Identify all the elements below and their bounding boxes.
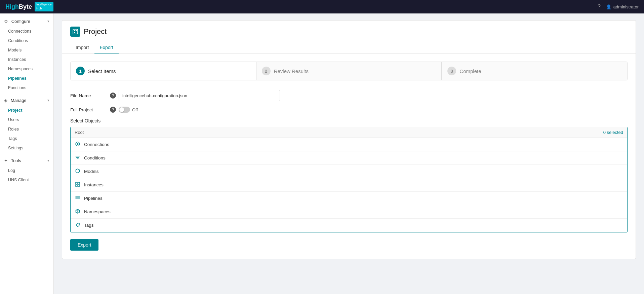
sidebar-item-models[interactable]: Models xyxy=(0,45,53,55)
page-icon xyxy=(70,27,80,37)
sidebar-item-conditions[interactable]: Conditions xyxy=(0,36,53,45)
toggle-label: Off xyxy=(132,107,138,112)
manage-icon: ◈ xyxy=(4,98,7,103)
sidebar-item-namespaces[interactable]: Namespaces xyxy=(0,64,53,74)
main-content: Project Import Export 1 Select Items 2 xyxy=(54,13,644,294)
sidebar-section-configure: ⚙ Configure ▾ Connections Conditions Mod… xyxy=(0,16,53,94)
user-label: administrator xyxy=(613,4,639,9)
configure-icon: ⚙ xyxy=(4,19,8,24)
card-content: 1 Select Items 2 Review Results 3 Comple… xyxy=(62,53,636,259)
select-objects-box: Root 0 selected xyxy=(70,127,628,232)
tools-items: Log UNS Client xyxy=(0,166,53,186)
file-name-help-icon[interactable]: ? xyxy=(110,93,116,99)
step-2-label: Review Results xyxy=(274,68,309,74)
sidebar-item-log[interactable]: Log xyxy=(0,166,53,175)
svg-rect-1 xyxy=(74,30,75,31)
list-item[interactable]: Tags xyxy=(71,219,627,232)
full-project-label: Full Project xyxy=(70,107,107,112)
namespaces-icon xyxy=(75,209,81,215)
sidebar-tools-header[interactable]: ✦ Tools ▾ xyxy=(0,155,53,166)
selected-count: 0 selected xyxy=(603,130,623,135)
models-label: Models xyxy=(84,169,99,174)
sidebar-item-uns-client[interactable]: UNS Client xyxy=(0,175,53,185)
full-project-toggle[interactable] xyxy=(119,107,130,113)
manage-items: Project Users Roles Tags Settings xyxy=(0,106,53,154)
sidebar-item-project[interactable]: Project xyxy=(0,106,53,115)
file-name-label: File Name xyxy=(70,93,107,98)
brand-tag: Intelligence Hub xyxy=(35,2,53,11)
help-icon[interactable]: ? xyxy=(598,4,601,10)
pipelines-icon xyxy=(75,195,81,201)
sidebar-manage-header[interactable]: ◈ Manage ▾ xyxy=(0,95,53,106)
full-project-help-icon[interactable]: ? xyxy=(110,107,116,113)
svg-rect-8 xyxy=(76,185,77,186)
list-item[interactable]: Conditions xyxy=(71,151,627,165)
svg-rect-3 xyxy=(74,32,75,33)
conditions-icon xyxy=(75,155,81,161)
page-header-card: Project Import Export 1 Select Items 2 xyxy=(62,20,636,259)
pipelines-label: Pipelines xyxy=(84,196,103,201)
toggle-knob xyxy=(119,107,124,112)
list-item[interactable]: Namespaces xyxy=(71,205,627,219)
manage-label: Manage xyxy=(11,98,27,103)
conditions-label: Conditions xyxy=(84,155,106,160)
step-2: 2 Review Results xyxy=(256,62,442,80)
topnav-user: 👤 administrator xyxy=(606,4,639,9)
export-button[interactable]: Export xyxy=(70,239,98,251)
list-item[interactable]: Models xyxy=(71,165,627,178)
instances-label: Instances xyxy=(84,182,104,187)
tags-label: Tags xyxy=(84,223,94,228)
file-name-input[interactable] xyxy=(119,90,280,101)
sidebar-item-connections[interactable]: Connections xyxy=(0,27,53,36)
configure-label: Configure xyxy=(11,19,30,24)
tools-label: Tools xyxy=(11,158,21,163)
step-1-num: 1 xyxy=(76,67,85,75)
brand-name: HighByte xyxy=(5,3,32,10)
svg-rect-9 xyxy=(78,185,80,186)
sidebar-item-pipelines[interactable]: Pipelines xyxy=(0,74,53,83)
topnav: HighByte Intelligence Hub ? 👤 administra… xyxy=(0,0,644,13)
full-project-row: Full Project ? Off xyxy=(70,107,628,113)
sidebar-section-tools: ✦ Tools ▾ Log UNS Client xyxy=(0,155,53,186)
sidebar-item-functions[interactable]: Functions xyxy=(0,83,53,93)
sidebar-item-users[interactable]: Users xyxy=(0,115,53,124)
step-1-label: Select Items xyxy=(88,68,116,74)
topnav-right: ? 👤 administrator xyxy=(598,4,639,10)
page-title-row: Project xyxy=(70,27,628,37)
connections-label: Connections xyxy=(84,142,109,147)
steps: 1 Select Items 2 Review Results 3 Comple… xyxy=(70,62,628,80)
page-title: Project xyxy=(84,27,107,36)
step-3-num: 3 xyxy=(447,67,456,75)
sidebar-item-tags[interactable]: Tags xyxy=(0,134,53,143)
tools-chevron: ▾ xyxy=(47,158,49,163)
file-name-row: File Name ? xyxy=(70,90,628,101)
select-objects-header: Root 0 selected xyxy=(71,127,627,138)
sidebar-item-settings[interactable]: Settings xyxy=(0,143,53,153)
step-1: 1 Select Items xyxy=(70,62,256,80)
configure-chevron: ▾ xyxy=(47,19,49,24)
namespaces-label: Namespaces xyxy=(84,209,111,214)
tab-export[interactable]: Export xyxy=(94,42,119,53)
tab-import[interactable]: Import xyxy=(70,42,94,53)
sidebar-item-roles[interactable]: Roles xyxy=(0,124,53,134)
svg-rect-6 xyxy=(76,182,77,184)
tabs: Import Export xyxy=(70,42,628,53)
svg-point-5 xyxy=(77,143,79,145)
svg-rect-2 xyxy=(76,30,77,31)
step-3-label: Complete xyxy=(459,68,481,74)
manage-chevron: ▾ xyxy=(47,98,49,103)
list-item[interactable]: Instances xyxy=(71,178,627,192)
list-item[interactable]: Connections xyxy=(71,138,627,151)
instances-icon xyxy=(75,182,81,188)
tags-icon xyxy=(75,222,81,228)
sidebar-configure-header[interactable]: ⚙ Configure ▾ xyxy=(0,16,53,27)
brand: HighByte Intelligence Hub xyxy=(5,2,53,11)
sidebar-item-instances[interactable]: Instances xyxy=(0,55,53,64)
user-icon: 👤 xyxy=(606,4,611,9)
select-objects-section: Select Objects Root 0 selected xyxy=(70,118,628,232)
connections-icon xyxy=(75,141,81,148)
sidebar: ⚙ Configure ▾ Connections Conditions Mod… xyxy=(0,13,54,294)
svg-rect-7 xyxy=(78,182,80,184)
root-label: Root xyxy=(75,130,84,135)
list-item[interactable]: Pipelines xyxy=(71,192,627,205)
